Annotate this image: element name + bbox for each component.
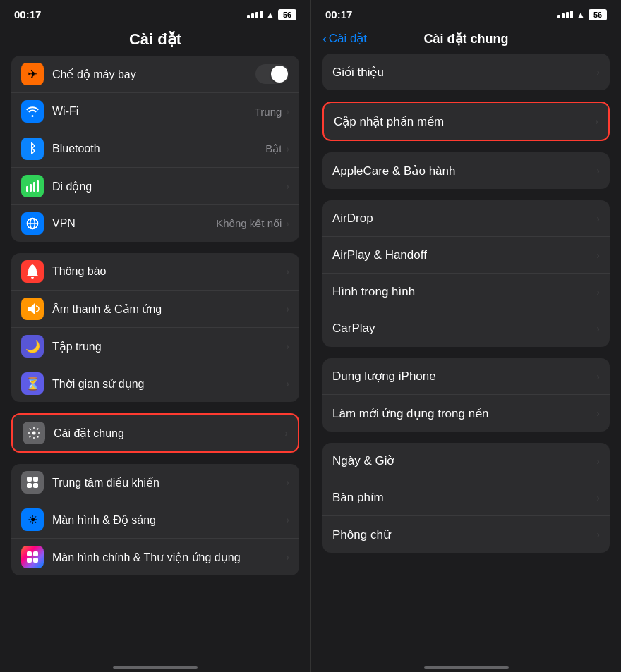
datetime-label: Ngày & Giờ [332,453,596,468]
notifications-item[interactable]: Thông báo › [11,253,299,291]
vpn-value: Không kết nối [216,217,282,230]
about-label: Giới thiệu [332,65,596,80]
wifi-item[interactable]: Wi-Fi Trung › [11,93,299,130]
applecare-label: AppleCare & Bảo hành [332,164,596,178]
vpn-item[interactable]: VPN Không kết nối › [11,205,299,242]
wifi-chevron: › [286,106,289,117]
svg-rect-15 [27,558,32,563]
general-group: Cài đặt chung › [11,413,299,453]
datetime-group: Ngày & Giờ › Bàn phím › Phông chữ › [322,443,610,553]
svg-rect-9 [27,477,32,482]
carplay-item[interactable]: CarPlay › [322,310,610,347]
left-page-title: Cài đặt [11,30,299,49]
right-settings-list: Giới thiệu › Cập nhật phần mềm › AppleCa… [311,54,621,661]
homescreen-item[interactable]: Màn hình chính & Thư viện ứng dụng › [11,539,299,575]
wifi-value: Trung [255,106,282,118]
vpn-label: VPN [52,217,216,230]
battery-right: 56 [589,9,607,20]
cellular-item[interactable]: Di động › [11,168,299,205]
general-chevron: › [284,427,288,439]
svg-rect-14 [33,551,38,556]
network-group: ✈ Chế độ máy bay Wi-Fi Trung › ᛒ [11,56,299,242]
datetime-chevron: › [596,456,600,467]
wifi-status-icon-right: ▲ [577,10,585,20]
background-refresh-chevron: › [596,408,600,419]
airplay-label: AirPlay & Handoff [332,248,596,262]
general-label: Cài đặt chung [54,427,284,440]
svg-rect-10 [33,477,38,482]
airplay-item[interactable]: AirPlay & Handoff › [322,237,610,274]
about-group: Giới thiệu › [322,54,610,90]
about-chevron: › [596,66,600,78]
keyboard-label: Bàn phím [332,491,596,505]
airplane-toggle[interactable] [255,64,289,84]
storage-group: Dung lượng iPhone › Làm mới ứng dụng tro… [322,358,610,432]
carplay-chevron: › [596,323,600,334]
notifications-group: Thông báo › Âm thanh & Cảm ứng › 🌙 Tập t… [11,253,299,402]
sound-item[interactable]: Âm thanh & Cảm ứng › [11,291,299,328]
controlcenter-item[interactable]: Trung tâm điều khiển › [11,464,299,501]
status-icons-left: ▲ 56 [247,9,296,20]
status-bar-right: 00:17 ▲ 56 [311,0,621,25]
bluetooth-item[interactable]: ᛒ Bluetooth Bật › [11,130,299,168]
controlcenter-label: Trung tâm điều khiển [52,476,286,489]
notifications-label: Thông báo [52,265,286,278]
svg-rect-3 [37,180,39,192]
bluetooth-icon: ᛒ [21,138,44,160]
bluetooth-chevron: › [286,143,289,154]
software-update-item[interactable]: Cập nhật phần mềm › [324,103,608,140]
pip-chevron: › [596,286,600,298]
datetime-item[interactable]: Ngày & Giờ › [322,443,610,479]
display-chevron: › [286,514,289,525]
keyboard-item[interactable]: Bàn phím › [322,479,610,516]
wifi-status-icon: ▲ [266,10,275,20]
sound-label: Âm thanh & Cảm ứng [52,303,286,316]
carplay-label: CarPlay [332,322,596,336]
left-page-header: Cài đặt [0,25,310,56]
time-right: 00:17 [325,8,352,20]
airdrop-chevron: › [596,213,600,224]
airplane-label: Chế độ máy bay [52,68,255,81]
svg-rect-13 [27,551,32,556]
applecare-chevron: › [596,165,600,176]
general-item[interactable]: Cài đặt chung › [13,415,298,451]
fonts-chevron: › [596,529,600,540]
focus-label: Tập trung [52,340,286,353]
about-item[interactable]: Giới thiệu › [322,54,610,90]
homescreen-label: Màn hình chính & Thư viện ứng dụng [52,551,286,564]
status-icons-right: ▲ 56 [557,9,607,20]
display-icon: ☀ [21,508,44,531]
svg-rect-12 [33,483,38,488]
display-item[interactable]: ☀ Màn hình & Độ sáng › [11,501,299,539]
wifi-label: Wi-Fi [52,105,255,118]
iphone-storage-item[interactable]: Dung lượng iPhone › [322,358,610,395]
background-refresh-item[interactable]: Làm mới ứng dụng trong nền › [322,395,610,432]
right-header: ‹ Cài đặt Cài đặt chung [311,25,621,54]
fonts-item[interactable]: Phông chữ › [322,516,610,553]
sound-chevron: › [286,303,289,314]
applecare-item[interactable]: AppleCare & Bảo hành › [322,152,610,189]
controlcenter-chevron: › [286,477,289,488]
background-refresh-label: Làm mới ứng dụng trong nền [332,406,596,421]
back-label: Cài đặt [329,31,367,46]
focus-chevron: › [286,341,289,352]
pip-item[interactable]: Hình trong hình › [322,274,610,310]
focus-item[interactable]: 🌙 Tập trung › [11,328,299,365]
screentime-item[interactable]: ⏳ Thời gian sử dụng › [11,365,299,402]
signal-icon-right [557,11,573,18]
homescreen-chevron: › [286,551,289,563]
left-panel: 00:17 ▲ 56 Cài đặt ✈ Chế độ máy bay [0,0,310,672]
svg-rect-11 [27,483,32,488]
scroll-indicator-left [113,666,198,669]
airplane-mode-item[interactable]: ✈ Chế độ máy bay [11,56,299,93]
back-button[interactable]: ‹ Cài đặt [322,30,367,47]
svg-rect-0 [26,186,28,192]
fonts-label: Phông chữ [332,527,596,542]
right-page-title: Cài đặt chung [424,31,509,47]
airdrop-item[interactable]: AirDrop › [322,200,610,237]
notifications-icon [21,260,44,283]
screentime-label: Thời gian sử dụng [52,377,286,391]
wifi-icon [21,100,44,123]
display-group: Trung tâm điều khiển › ☀ Màn hình & Độ s… [11,464,299,575]
signal-icon [247,11,263,18]
